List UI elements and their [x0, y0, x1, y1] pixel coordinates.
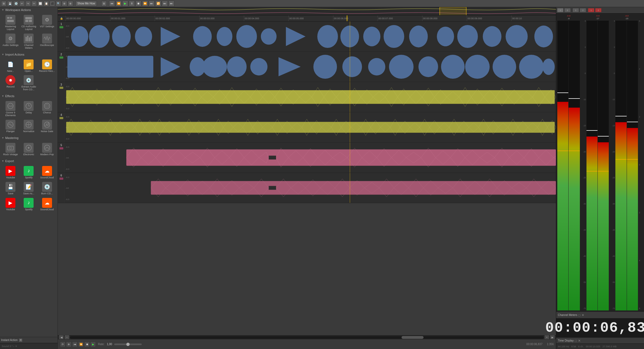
delay-item[interactable]: Delay [20, 100, 37, 118]
mastering-layout-item[interactable]: Mastering Layout [2, 14, 19, 32]
normalize-item[interactable]: Normalize [20, 119, 37, 134]
save-spotify-item[interactable]: ♪ Spotify [20, 197, 37, 212]
track-mute-3[interactable] [59, 87, 63, 89]
transport-play-btn[interactable]: ▶ [122, 1, 128, 7]
track-num-1: 1 [61, 23, 62, 26]
meter-tab-3[interactable]: 1 [572, 8, 579, 12]
h-scrollbar-track[interactable] [70, 336, 544, 339]
ruler-mark-6: 00:00:06.000 [333, 15, 378, 21]
audio-settings-item[interactable]: ⚙ Audio Settings [2, 32, 19, 51]
track-mute-6[interactable] [59, 178, 63, 180]
toolbar-btn-zoom[interactable]: 🔍 [56, 1, 61, 6]
tracks-container[interactable]: 1 -6.0 -Inf. -6.0 [58, 21, 556, 335]
transport-pause-btn[interactable]: ⏸ [129, 1, 135, 7]
channel-meters-icon [24, 34, 34, 43]
meter-bars-3 [615, 21, 638, 310]
save-youtube-item[interactable]: ▶ Youtube [2, 197, 19, 212]
channel-meters-item[interactable]: Channel Meters [20, 32, 37, 51]
oscilloscope-item[interactable]: Oscilloscope [38, 32, 56, 51]
toolbar-btn-select[interactable]: ⬛ [50, 1, 55, 6]
vst-settings-item[interactable]: ⚙ VST Settings [38, 14, 56, 32]
transport-prev-btn[interactable]: ⏪ [116, 1, 122, 7]
save-item[interactable]: 💾 Save [2, 181, 19, 196]
transport-skip2-btn[interactable]: ⏭ [168, 1, 174, 7]
track-content-2[interactable]: -6.0 -Inf. -6.0 [65, 52, 556, 82]
toolbar-btn-undo[interactable]: ↩ [19, 1, 25, 6]
recent-files-item[interactable]: 🕒 Recent Files... [38, 58, 56, 74]
channel-meters-x-btn[interactable]: ✕ [582, 313, 584, 317]
track-mute-1[interactable] [59, 26, 63, 28]
toolbar-btn-snap[interactable]: ⊕ [62, 1, 67, 6]
meter-tab-4[interactable]: 2 [580, 8, 586, 12]
rock-vintage-item[interactable]: Rock Vintage [2, 142, 19, 157]
chorus-item[interactable]: Chorus [38, 100, 56, 118]
noise-gate-item[interactable]: Noise Gate [38, 119, 56, 134]
time-display-close-btn[interactable]: □ [575, 339, 577, 343]
instant-action-section: Instant Action ✕ Sound 3 * ♭ ✕ [0, 337, 58, 349]
ozone-item[interactable]: Oz9 Ozone 9 Elements [2, 100, 19, 118]
record-item[interactable]: ⏺ Record [2, 74, 19, 92]
export-soundcloud-item[interactable]: ☁ SoundCloud [38, 165, 56, 180]
track-content-6[interactable]: -6.0 -Inf. -6.0 [65, 173, 556, 203]
toolbar-btn-scrub[interactable]: ⊗ [68, 1, 73, 6]
channel-meters-close-btn[interactable]: □ [578, 313, 580, 317]
toolbar-btn-redo[interactable]: ↪ [25, 1, 31, 6]
track-content-5[interactable]: -6.0 -Inf. -6.0 [65, 143, 556, 173]
track-mute-5[interactable] [59, 147, 63, 149]
open-file-item[interactable]: 📁 Open... [20, 58, 37, 74]
toolbar-btn-copy[interactable]: ⬜ [37, 1, 43, 6]
meter-db-top-1: -0.8 [567, 15, 571, 17]
toolbar-btn-new[interactable]: ⊞ [1, 1, 7, 6]
transport-rewind-btn[interactable]: ⏮ [109, 1, 115, 7]
export-header[interactable]: ▼ Export [0, 158, 58, 164]
meter-tab-1[interactable]: 1 [557, 8, 564, 12]
track-mute-2[interactable] [59, 56, 63, 59]
transport-next-btn[interactable]: ⏩ [142, 1, 148, 7]
track-mute-4[interactable] [59, 117, 63, 119]
tb-sync-btn[interactable]: ⊕ [66, 342, 72, 347]
burn-cd-item[interactable]: 💿 Burn CD... [38, 181, 56, 196]
save-soundcloud-item[interactable]: ☁ SoundCloud [38, 197, 56, 212]
save-as-item[interactable]: 📝 Save As... [20, 181, 37, 196]
track-content-4[interactable]: -6.0 -Inf. -6.0 [65, 112, 556, 142]
flanger-item[interactable]: Flanger [2, 119, 19, 134]
track-content-3[interactable]: -6.0 -Inf. -6.0 [65, 82, 556, 112]
tb-play-btn[interactable]: ▶ [90, 342, 96, 347]
h-scrollbar-thumb[interactable] [402, 336, 424, 339]
transport-skip-btn[interactable]: ⏭ [162, 1, 168, 7]
toolbar-btn-save[interactable]: 💾 [7, 1, 13, 6]
meter-tab-2[interactable]: 2 [564, 8, 571, 12]
toolbar-btn-paste[interactable]: 📋 [43, 1, 49, 6]
toolbar-expand-btn[interactable]: ⊞ [101, 1, 107, 6]
extract-cd-item[interactable]: 💿 Extract Audio from CD... [20, 74, 37, 92]
electronic-item[interactable]: Electronic [20, 142, 37, 157]
mastering-header[interactable]: ▼ Mastering [0, 135, 58, 141]
instant-action-close[interactable]: ✕ [19, 338, 23, 342]
toolbar-btn-cd[interactable]: 💿 [13, 1, 19, 6]
transport-stop-btn[interactable]: ⏹ [135, 1, 141, 7]
bottom-scrollbar[interactable]: ◀ − + ▶ [58, 335, 556, 339]
tb-rewind-btn[interactable]: ⏮ [72, 342, 78, 347]
meter-tab-5[interactable]: 1 [588, 8, 594, 12]
transport-loop-btn[interactable]: 🔁 [155, 1, 161, 7]
cd-authoring-item[interactable]: CD Authoring Layout [20, 14, 37, 32]
show-me-how-button[interactable]: Show Me How [75, 1, 97, 6]
toolbar-btn-cut[interactable]: ✂ [31, 1, 37, 6]
workspace-actions-header[interactable]: ▼ Workspace Actions [0, 7, 58, 13]
effects-header[interactable]: ▼ Effects [0, 93, 58, 99]
time-display-x-btn[interactable]: ✕ [578, 339, 581, 343]
rate-slider[interactable] [114, 343, 142, 345]
track-content-1[interactable]: -6.0 -Inf. -6.0 [65, 21, 556, 51]
new-file-item[interactable]: 📄 New... [2, 58, 19, 74]
export-youtube-item[interactable]: ▶ Youtube [2, 165, 19, 180]
scale--25: -25 [580, 177, 586, 179]
tb-loop-btn[interactable]: ⟳ [60, 342, 66, 347]
tb-stop-btn[interactable]: ⏹ [84, 342, 90, 347]
meter-tab-6[interactable]: 2 [595, 8, 602, 12]
export-spotify-item[interactable]: ♪ Spotify [20, 165, 37, 180]
mini-navigator[interactable] [58, 7, 556, 15]
import-actions-header[interactable]: ▼ Import Actions [0, 52, 58, 57]
tb-prev-btn[interactable]: ⏪ [78, 342, 84, 347]
transport-end-btn[interactable]: ⏭ [149, 1, 155, 7]
modern-pop-item[interactable]: Modern Pop [38, 142, 56, 157]
